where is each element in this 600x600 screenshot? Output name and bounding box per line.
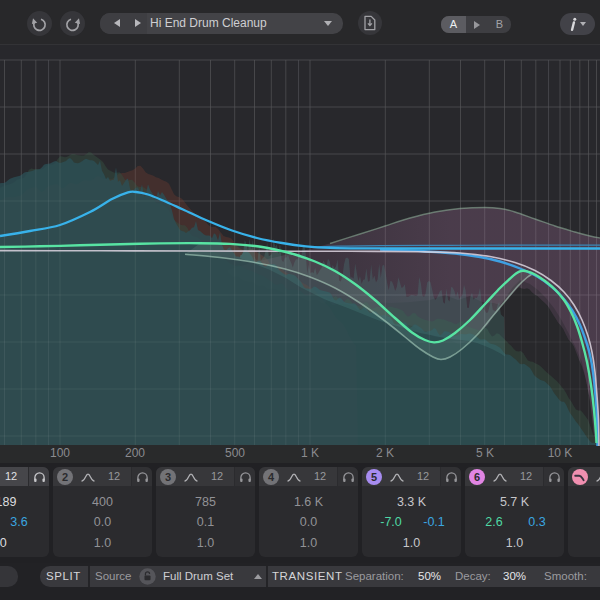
svg-text:10 K: 10 K [548, 446, 573, 460]
svg-text:1 K: 1 K [301, 446, 319, 460]
svg-text:2 K: 2 K [376, 446, 394, 460]
svg-text:200: 200 [125, 446, 145, 460]
svg-text:5 K: 5 K [476, 446, 494, 460]
svg-text:100: 100 [50, 446, 70, 460]
svg-text:500: 500 [225, 446, 245, 460]
